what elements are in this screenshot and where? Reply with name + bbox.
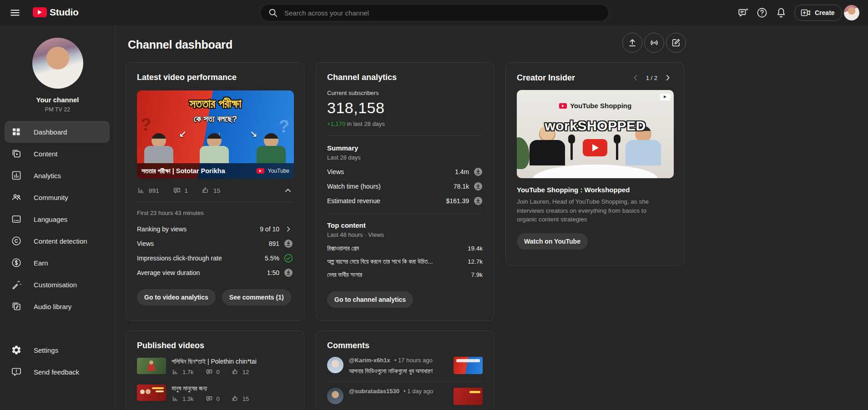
thumbs-up-icon bbox=[232, 395, 239, 402]
video-thumbnail[interactable] bbox=[137, 358, 166, 374]
check-circle-icon[interactable] bbox=[284, 254, 293, 263]
comments-card: Comments @Karim-x6h1x • 17 hours ago আপন… bbox=[316, 330, 494, 410]
metric-impressions-ctr[interactable]: Impressions click-through rate 5.5% bbox=[137, 251, 293, 265]
edit-button[interactable] bbox=[666, 33, 686, 53]
metric-ranking-by-views[interactable]: Ranking by views 9 of 10 bbox=[137, 222, 293, 236]
trend-down-circle-icon[interactable] bbox=[284, 239, 293, 248]
trend-down-circle-icon[interactable] bbox=[284, 268, 293, 277]
collapse-chevron-up-icon[interactable] bbox=[283, 185, 293, 195]
sidebar-item-audio-library[interactable]: Audio library bbox=[0, 295, 115, 317]
microphone bbox=[570, 141, 573, 160]
sidebar-item-content-detection[interactable]: Content detection bbox=[0, 230, 115, 252]
sidebar-item-earn[interactable]: Earn bbox=[0, 252, 115, 274]
create-video-icon bbox=[800, 7, 811, 18]
video-stats: 1.7k 0 12 bbox=[172, 368, 257, 375]
views-count: 891 bbox=[149, 187, 159, 194]
go-live-icon bbox=[649, 38, 659, 48]
sidebar-item-label: Content detection bbox=[34, 237, 87, 245]
latest-video-performance-card: Latest video performance ? ? সততার পরীক্… bbox=[126, 62, 304, 321]
sidebar-item-languages[interactable]: Languages bbox=[0, 208, 115, 230]
summary-rows: Views 1.4m Watch time (hours) 78.1k Esti… bbox=[327, 165, 483, 208]
trend-down-circle-icon[interactable] bbox=[474, 182, 483, 191]
channel-analytics-card: Channel analytics Current subscribers 31… bbox=[316, 62, 494, 321]
divider bbox=[327, 381, 483, 381]
search-input[interactable] bbox=[284, 9, 575, 17]
creator-insider-thumbnail[interactable]: YouTube Shopping workSHOPPED bbox=[517, 90, 674, 178]
metric-label: Ranking by views bbox=[137, 225, 260, 233]
sidebar-item-label: Content bbox=[34, 150, 58, 158]
video-thumbnail[interactable] bbox=[137, 385, 166, 401]
divider bbox=[327, 135, 483, 136]
published-videos-card: Published videos পলিথিন ছিন*তাই | Poleth… bbox=[126, 330, 304, 410]
channel-avatar[interactable] bbox=[32, 38, 83, 89]
comment-icon bbox=[173, 186, 181, 195]
metric-value: 78.1k bbox=[454, 183, 469, 190]
commenter-avatar[interactable] bbox=[327, 388, 343, 404]
video-title: পলিথিন ছিন*তাই | Polethin chin*tai bbox=[172, 358, 257, 365]
comments-count: 0 bbox=[217, 369, 220, 375]
comment-author[interactable]: @subratadas1530 bbox=[349, 388, 399, 395]
chevron-left-icon[interactable] bbox=[631, 73, 641, 83]
studio-logo[interactable]: Studio bbox=[33, 7, 79, 18]
comment-text: আপনার ভিডিওগুলো নাটকগুলো খুব অসাধারণ bbox=[349, 367, 465, 375]
sidebar-item-customisation[interactable]: Customisation bbox=[0, 274, 115, 295]
summary-row-views[interactable]: Views 1.4m bbox=[327, 165, 483, 179]
latest-video-thumbnail[interactable]: ? ? সততার পরীক্ষা কে সত্য বলছে? ↙ ↓ ↘ সত… bbox=[137, 90, 294, 179]
sidebar-item-label: Settings bbox=[34, 346, 58, 354]
topbar: Studio Create bbox=[0, 0, 868, 25]
upload-videos-button[interactable] bbox=[622, 33, 642, 53]
top-content-row[interactable]: অল্প বয়সের মেয়ে বিয়ে করলে তার সাথে কি… bbox=[327, 255, 483, 268]
account-avatar[interactable] bbox=[844, 5, 859, 20]
summary-row-watch-time[interactable]: Watch time (hours) 78.1k bbox=[327, 179, 483, 194]
sidebar-item-send-feedback[interactable]: Send feedback bbox=[0, 361, 115, 383]
sidebar-item-dashboard[interactable]: Dashboard bbox=[5, 121, 110, 143]
published-video-row[interactable]: মানুষ মানুষের জন্য 1.3k 0 15 bbox=[137, 385, 293, 402]
trend-down-circle-icon[interactable] bbox=[474, 196, 483, 205]
sidebar-item-analytics[interactable]: Analytics bbox=[0, 165, 115, 186]
commenter-avatar[interactable] bbox=[327, 357, 343, 373]
hamburger-menu-icon[interactable] bbox=[9, 7, 21, 19]
published-video-row[interactable]: পলিথিন ছিন*তাই | Polethin chin*tai 1.7k … bbox=[137, 358, 293, 375]
metric-views[interactable]: Views 891 bbox=[137, 236, 293, 251]
send-feedback-icon[interactable] bbox=[737, 7, 749, 19]
video-title: রিক্সাওয়ালার প্রেম bbox=[327, 245, 468, 252]
sidebar-item-content[interactable]: Content bbox=[0, 143, 115, 165]
video-corner-badge-icon bbox=[660, 94, 670, 100]
go-live-button[interactable] bbox=[644, 33, 664, 53]
top-content-row[interactable]: রিক্সাওয়ালার প্রেম 19.4k bbox=[327, 242, 483, 255]
bar-chart-icon bbox=[137, 186, 145, 195]
comment-video-thumbnail[interactable] bbox=[454, 388, 483, 405]
comment-video-thumbnail[interactable] bbox=[454, 357, 483, 374]
watch-on-youtube-button[interactable]: Watch on YouTube bbox=[517, 233, 588, 250]
go-to-channel-analytics-button[interactable]: Go to channel analytics bbox=[327, 291, 413, 308]
top-content-rows: রিক্সাওয়ালার প্রেম 19.4k অল্প বয়সের মে… bbox=[327, 242, 483, 281]
thumbnail-brand: YouTube Shopping bbox=[517, 102, 674, 110]
create-button[interactable]: Create bbox=[794, 5, 842, 21]
microphone bbox=[616, 141, 618, 160]
trend-down-circle-icon[interactable] bbox=[474, 167, 483, 176]
views-count: 1.3k bbox=[182, 395, 194, 402]
thumbnail-person bbox=[144, 133, 173, 163]
sidebar-item-community[interactable]: Community bbox=[0, 186, 115, 208]
video-views: 12.7k bbox=[468, 258, 483, 265]
sidebar-item-label: Audio library bbox=[34, 303, 71, 310]
sidebar-item-settings[interactable]: Settings bbox=[0, 339, 115, 361]
sidebar-item-label: Dashboard bbox=[34, 128, 67, 136]
insider-video-description: Join Lauren, Head of YouTube Shopping, a… bbox=[517, 197, 667, 224]
top-content-row[interactable]: দেবর ভাবীর সংসার 7.9k bbox=[327, 268, 483, 281]
go-to-video-analytics-button[interactable]: Go to video analytics bbox=[137, 289, 216, 305]
video-views: 7.9k bbox=[471, 271, 483, 278]
chevron-right-icon[interactable] bbox=[663, 73, 673, 83]
see-comments-button[interactable]: See comments (1) bbox=[222, 289, 291, 305]
help-icon[interactable] bbox=[756, 7, 768, 19]
edit-pencil-icon bbox=[671, 38, 681, 48]
search-bar[interactable] bbox=[260, 4, 609, 21]
summary-row-estimated-revenue[interactable]: Estimated revenue $161.39 bbox=[327, 194, 483, 208]
thumbnail-subline: কে সত্য বলছে? bbox=[137, 114, 294, 124]
metric-label: Estimated revenue bbox=[327, 197, 446, 205]
notifications-bell-icon[interactable] bbox=[775, 7, 787, 19]
metric-label: Watch time (hours) bbox=[327, 183, 454, 190]
comment-author[interactable]: @Karim-x6h1x bbox=[349, 357, 390, 364]
subscribers-count: 318,158 bbox=[327, 99, 483, 117]
metric-average-view-duration[interactable]: Average view duration 1:50 bbox=[137, 265, 293, 280]
